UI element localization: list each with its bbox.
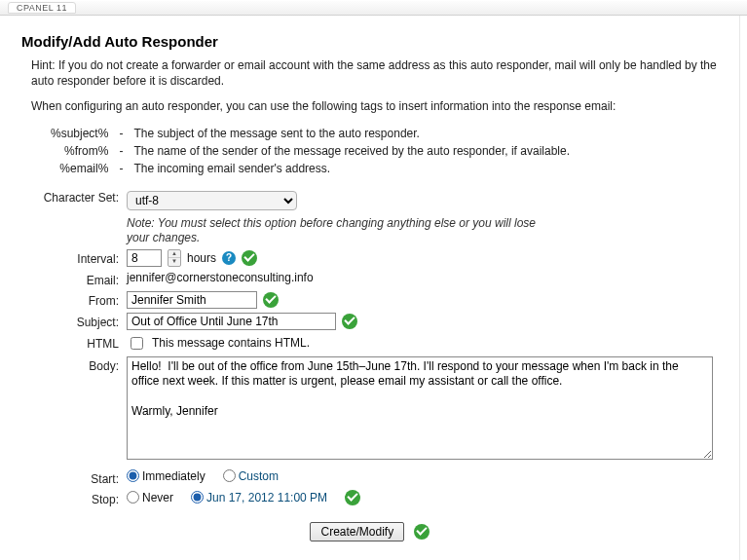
- tag-reference-table: %subject% - The subject of the message s…: [47, 125, 574, 177]
- subject-input[interactable]: [127, 313, 336, 330]
- tag-row: %email% - The incoming email sender's ad…: [47, 160, 574, 177]
- stop-never-radio[interactable]: [127, 491, 139, 504]
- stop-custom-option[interactable]: Jun 17, 2012 11:00 PM: [191, 491, 327, 504]
- interval-input[interactable]: [127, 249, 162, 267]
- charset-note: Note: You must select this option before…: [127, 216, 545, 245]
- email-label: Email:: [21, 271, 127, 287]
- check-icon: [263, 292, 279, 308]
- stepper-icon[interactable]: ▲▼: [168, 249, 181, 267]
- tags-intro: When configuring an auto responder, you …: [31, 98, 718, 114]
- body-label: Body:: [21, 356, 127, 373]
- interval-label: Interval:: [21, 249, 127, 266]
- stop-never-option[interactable]: Never: [127, 491, 173, 504]
- tag-name: %email%: [47, 160, 112, 177]
- tag-name: %subject%: [47, 125, 112, 142]
- tag-desc: The subject of the message sent to the a…: [130, 125, 574, 142]
- start-immediately-radio[interactable]: [127, 469, 139, 482]
- html-checkbox[interactable]: [131, 337, 143, 350]
- create-modify-button[interactable]: Create/Modify: [310, 522, 404, 541]
- from-label: From:: [21, 291, 127, 308]
- start-custom-option[interactable]: Custom: [223, 469, 279, 483]
- cpanel-version-label: CPANEL 11: [8, 2, 76, 14]
- stop-label: Stop:: [21, 490, 127, 506]
- from-input[interactable]: [127, 291, 257, 309]
- interval-unit: hours: [187, 251, 216, 265]
- email-value: jennifer@cornerstoneconsulting.info: [127, 271, 314, 284]
- hint-text: Hint: If you do not create a forwarder o…: [31, 57, 718, 89]
- start-custom-radio[interactable]: [223, 469, 236, 482]
- help-icon[interactable]: ?: [222, 251, 236, 265]
- tag-row: %from% - The name of the sender of the m…: [47, 142, 574, 160]
- body-textarea[interactable]: Hello! I'll be out of the office from Ju…: [127, 356, 713, 460]
- charset-label: Character Set:: [21, 191, 127, 205]
- top-bar: CPANEL 11: [0, 0, 747, 16]
- check-icon: [345, 490, 360, 505]
- html-label: HTML: [21, 334, 127, 351]
- check-icon: [342, 314, 357, 329]
- page-title: Modify/Add Auto Responder: [21, 33, 718, 50]
- start-label: Start:: [21, 469, 127, 486]
- start-immediately-option[interactable]: Immediately: [127, 469, 205, 483]
- html-checkbox-label: This message contains HTML.: [152, 336, 310, 350]
- tag-desc: The incoming email sender's address.: [130, 160, 574, 177]
- check-icon: [414, 524, 430, 540]
- subject-label: Subject:: [21, 313, 127, 329]
- tag-row: %subject% - The subject of the message s…: [47, 125, 574, 142]
- check-icon: [242, 250, 257, 266]
- charset-select[interactable]: utf-8: [127, 191, 297, 210]
- tag-name: %from%: [47, 142, 112, 160]
- stop-custom-radio[interactable]: [191, 491, 204, 504]
- tag-desc: The name of the sender of the message re…: [130, 142, 574, 160]
